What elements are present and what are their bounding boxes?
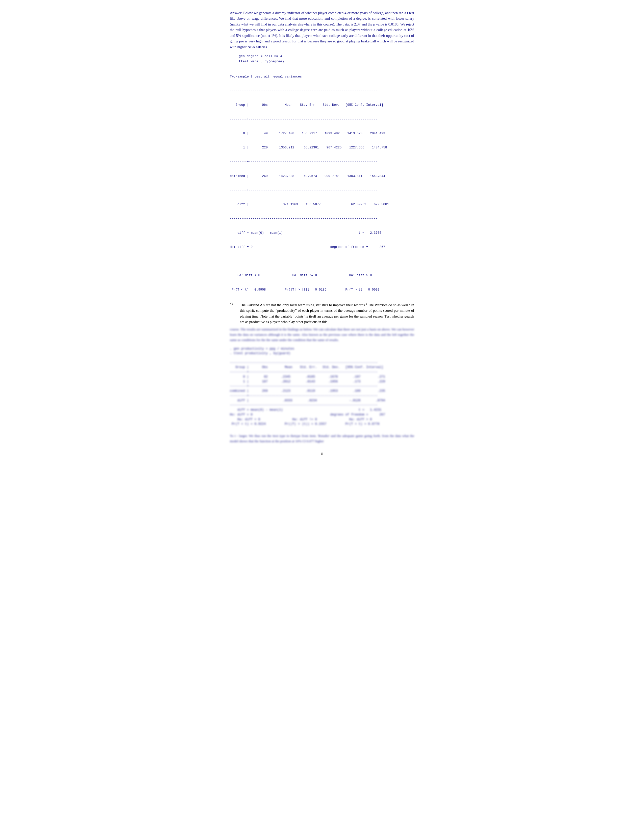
blurred-code-line2: . ttest productivity , by(guard)	[230, 352, 414, 355]
part-c-sentence2: The Warriors do so as well.	[367, 303, 409, 307]
stata-table-output: Two-sample t test with equal variances -…	[230, 65, 414, 297]
table-ho: Ho: diff = 0 degrees of freedom = 267	[230, 245, 414, 250]
table-pr-line: Pr(T < t) = 0.9908 Pr(|T| > |t|) = 0.018…	[230, 288, 414, 292]
table-ha-line: Ha: diff < 0 Ha: diff != 0 Ha: diff > 0	[230, 273, 414, 278]
table-line2: ----------------------------------------…	[230, 216, 414, 221]
blurred-stata-table: ----------------------------------------…	[230, 360, 414, 417]
page-number: 5	[230, 452, 414, 456]
part-c-sentence1: The Oakland A's are not the only local t…	[240, 303, 366, 307]
table-row-combined: combined | 269 1423.828 60.9573 999.7741…	[230, 174, 414, 179]
table-row-0: 0 | 49 1727.408 156.2117 1093.482 1413.3…	[230, 131, 414, 136]
table-diff-equation: diff = mean(0) - mean(1) t = 2.3705	[230, 231, 414, 235]
table-row-1: 1 | 220 1356.212 65.22361 967.4225 1227.…	[230, 145, 414, 150]
table-line1: ----------------------------------------…	[230, 88, 414, 93]
table-blank	[230, 259, 414, 264]
blurred-final-answer: To t - larger. We thus run the ttest typ…	[230, 433, 414, 444]
blurred-pr-line: Pr(T < t) = 0.9224 Pr(|T| > |t|) = 0.155…	[230, 422, 414, 426]
table-row-diff: diff | 371.1963 156.5877 62.89262 679.50…	[230, 202, 414, 207]
part-c-text: The Oakland A's are not the only local t…	[240, 302, 414, 325]
blurred-ha-line: Ha: diff < 0 Ha: diff != 0 Ha: diff > 0	[230, 417, 414, 422]
table-div1: ---------+------------------------------…	[230, 117, 414, 122]
code-ttest: . ttest wage , by(degree)	[235, 60, 414, 63]
part-c-label: c)	[230, 302, 237, 306]
blurred-answer-paragraph: course. The results are summarized in th…	[230, 327, 414, 343]
code-gen-degree: . gen degree = coll >= 4	[235, 54, 414, 58]
blurred-code-line1: . gen productivity = ppg / minutes	[230, 347, 414, 351]
table-div3: ---------+------------------------------…	[230, 188, 414, 193]
answer-paragraph: Answer: Below we generate a dummy indica…	[230, 10, 414, 50]
table-groups-header: Group | Obs Mean Std. Err. Std. Dev. [95…	[230, 103, 414, 108]
table-title: Two-sample t test with equal variances	[230, 74, 414, 79]
table-div2: ---------+------------------------------…	[230, 159, 414, 164]
part-c-section: c) The Oakland A's are not the only loca…	[230, 302, 414, 325]
